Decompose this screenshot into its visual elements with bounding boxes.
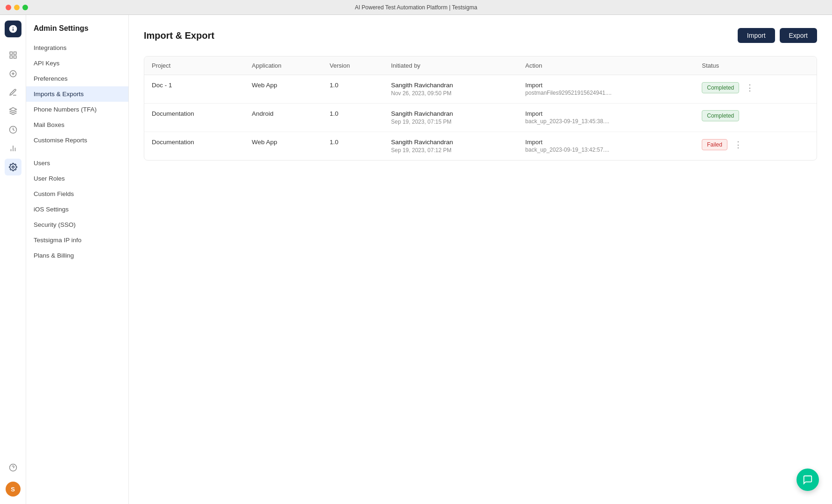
svg-rect-0 <box>10 52 12 54</box>
logo-icon <box>8 24 18 34</box>
chart-icon <box>9 144 17 153</box>
sidebar-item-preferences[interactable]: Preferences <box>26 71 128 86</box>
app-logo[interactable] <box>5 21 21 37</box>
left-sidebar: Admin Settings Integrations API Keys Pre… <box>26 15 129 504</box>
cell-version: 1.0 <box>322 75 383 104</box>
initiated-name: Sangith Ravichandran <box>391 82 511 89</box>
svg-rect-1 <box>14 52 16 54</box>
initiated-date: Sep 19, 2023, 07:12 PM <box>391 147 511 154</box>
row-actions: Completed <box>702 110 809 121</box>
svg-marker-7 <box>9 108 16 112</box>
action-type: Import <box>525 82 687 89</box>
cell-action: Import back_up_2023-09-19_13:45:38.... <box>518 104 694 132</box>
initiated-date: Sep 19, 2023, 07:15 PM <box>391 119 511 125</box>
export-button[interactable]: Export <box>780 28 817 43</box>
cell-application: Android <box>244 104 322 132</box>
data-table: Project Application Version Initiated by… <box>144 56 817 160</box>
window-title: AI Powered Test Automation Platform | Te… <box>355 4 477 11</box>
layers-icon <box>9 107 17 115</box>
nav-pen-icon[interactable] <box>5 84 21 101</box>
sidebar-item-testsigma-ip[interactable]: Testsigma IP info <box>26 232 128 248</box>
cell-action: Import postmanFiles929521915624941.... <box>518 75 694 104</box>
nav-grid-icon[interactable] <box>5 47 21 63</box>
cell-status: Failed ⋮ <box>694 132 817 161</box>
sidebar-item-security-sso[interactable]: Security (SSO) <box>26 217 128 232</box>
sidebar-item-customise-reports[interactable]: Customise Reports <box>26 133 128 148</box>
sidebar-bottom: S <box>5 459 21 504</box>
help-circle-icon <box>9 463 17 472</box>
close-button[interactable] <box>6 5 11 10</box>
import-button[interactable]: Import <box>738 28 775 43</box>
row-actions: Completed ⋮ <box>702 82 809 94</box>
action-type: Import <box>525 110 687 117</box>
col-status: Status <box>694 56 817 75</box>
sidebar-item-mail-boxes[interactable]: Mail Boxes <box>26 117 128 133</box>
cell-initiated-by: Sangith Ravichandran Sep 19, 2023, 07:15… <box>384 104 518 132</box>
sidebar-item-integrations[interactable]: Integrations <box>26 40 128 56</box>
sidebar-item-phone-numbers[interactable]: Phone Numbers (TFA) <box>26 102 128 117</box>
icon-sidebar: S <box>0 15 26 504</box>
initiated-date: Nov 26, 2023, 09:50 PM <box>391 90 511 97</box>
cell-status: Completed <box>694 104 817 132</box>
cell-project: Doc - 1 <box>144 75 244 104</box>
nav-settings-icon[interactable] <box>5 159 21 175</box>
settings-icon <box>9 163 17 171</box>
cell-initiated-by: Sangith Ravichandran Nov 26, 2023, 09:50… <box>384 75 518 104</box>
cell-version: 1.0 <box>322 104 383 132</box>
initiated-name: Sangith Ravichandran <box>391 110 511 117</box>
pen-icon <box>9 88 17 97</box>
row-more-menu-button[interactable]: ⋮ <box>743 82 757 94</box>
status-badge: Completed <box>702 110 739 121</box>
sidebar-item-ios-settings[interactable]: iOS Settings <box>26 202 128 217</box>
table-row: Doc - 1 Web App 1.0 Sangith Ravichandran… <box>144 75 817 104</box>
status-badge: Completed <box>702 82 739 93</box>
col-application: Application <box>244 56 322 75</box>
action-filename: postmanFiles929521915624941.... <box>525 90 687 96</box>
col-action: Action <box>518 56 694 75</box>
user-avatar[interactable]: S <box>6 482 21 497</box>
page-header: Import & Export Import Export <box>144 28 817 43</box>
nav-help-icon[interactable] <box>5 459 21 476</box>
svg-point-12 <box>12 166 14 168</box>
sidebar-item-api-keys[interactable]: API Keys <box>26 56 128 71</box>
nav-layers-icon[interactable] <box>5 103 21 119</box>
svg-rect-2 <box>10 56 12 58</box>
svg-rect-3 <box>14 56 16 58</box>
sidebar-item-users[interactable]: Users <box>26 155 128 171</box>
clock-icon <box>9 126 17 134</box>
sidebar-title: Admin Settings <box>26 24 128 40</box>
nav-clock-icon[interactable] <box>5 121 21 138</box>
main-content: Import & Export Import Export Project Ap… <box>129 15 832 504</box>
minimize-button[interactable] <box>14 5 20 10</box>
action-filename: back_up_2023-09-19_13:42:57.... <box>525 147 687 153</box>
sidebar-item-custom-fields[interactable]: Custom Fields <box>26 186 128 202</box>
cell-status: Completed ⋮ <box>694 75 817 104</box>
chat-icon <box>803 475 813 485</box>
col-project: Project <box>144 56 244 75</box>
table-row: Documentation Web App 1.0 Sangith Ravich… <box>144 132 817 161</box>
status-badge: Failed <box>702 139 727 150</box>
col-initiated-by: Initiated by <box>384 56 518 75</box>
row-actions: Failed ⋮ <box>702 139 809 151</box>
cell-project: Documentation <box>144 132 244 161</box>
sidebar-section-gap <box>26 148 128 155</box>
row-more-menu-button[interactable]: ⋮ <box>731 139 745 151</box>
page-title: Import & Export <box>144 30 214 41</box>
sidebar-item-imports-exports[interactable]: Imports & Exports <box>26 86 128 102</box>
cell-application: Web App <box>244 132 322 161</box>
grid-icon <box>9 51 17 59</box>
chat-fab-button[interactable] <box>797 469 819 491</box>
title-bar: AI Powered Test Automation Platform | Te… <box>0 0 832 15</box>
header-actions: Import Export <box>738 28 817 43</box>
nav-chart-icon[interactable] <box>5 140 21 157</box>
traffic-lights <box>6 5 28 10</box>
nav-edit-icon[interactable] <box>5 65 21 82</box>
sidebar-item-user-roles[interactable]: User Roles <box>26 171 128 186</box>
action-type: Import <box>525 139 687 146</box>
edit-icon <box>9 70 17 78</box>
sidebar-item-plans-billing[interactable]: Plans & Billing <box>26 248 128 263</box>
table-row: Documentation Android 1.0 Sangith Ravich… <box>144 104 817 132</box>
maximize-button[interactable] <box>22 5 28 10</box>
table-header-row: Project Application Version Initiated by… <box>144 56 817 75</box>
action-filename: back_up_2023-09-19_13:45:38.... <box>525 118 687 125</box>
